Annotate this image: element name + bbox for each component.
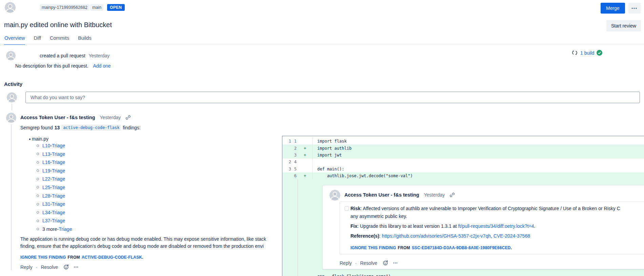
builds-link[interactable]: 1 build [580,50,594,56]
inline-comment-zone: Access Token User - f&s testing Yesterda… [282,179,644,276]
finding-item: L16 - Triage [37,160,72,165]
comment-input[interactable] [25,92,640,103]
findings-list: L10 - Triage L13 - Triage L16 - Triage L… [37,143,72,232]
more-options-icon[interactable]: ••• [74,265,79,269]
new-line-number: 6 [291,173,297,178]
risk-text: : Affected versions of authlib are vulne… [361,206,620,211]
new-line-number: 4 [291,160,297,164]
ignore-finding-link[interactable]: IGNORE THIS FINDING [350,245,396,250]
actions-separator: · [36,264,38,270]
finding-line-link[interactable]: L19 [42,168,50,173]
finding-more-text: 3 more [42,226,57,232]
circle-bullet-icon [37,186,39,188]
diff-line[interactable]: 3 5 def main(): [282,166,644,172]
tab-diff[interactable]: Diff [33,35,41,45]
comment-time[interactable]: Yesterday [100,115,121,120]
finding-triage-link[interactable]: Triage [52,193,65,199]
inline-comment-card: Access Token User - f&s testing Yesterda… [322,185,644,269]
finding-triage-link[interactable]: Triage [52,185,65,190]
merge-button[interactable]: Merge [601,3,625,14]
new-line-number: 5 [291,167,297,171]
fix-link[interactable]: ft/pull-requests/34/diff:oetry.lock?t=4 [458,223,534,229]
finding-triage-link[interactable]: Triage [59,226,72,232]
inline-comment-avatar [329,190,340,201]
finding-item: L13 - Triage [37,152,72,157]
more-options-icon[interactable]: ••• [393,261,398,265]
finding-description: The application is running debug code or… [20,236,281,250]
finding-triage-link[interactable]: Triage [52,201,65,207]
finding-line-link[interactable]: L16 [42,160,50,165]
thread-line [12,104,12,110]
finding-file: main.py [32,136,48,142]
finding-line-link[interactable]: L13 [42,151,50,157]
diff-line[interactable]: 1 1 import flask [282,138,644,145]
diff-line-added[interactable]: 3 + import jwt [282,152,644,159]
finding-triage-link[interactable]: Triage [52,143,65,148]
resolve-button[interactable]: Resolve [41,264,58,270]
circle-bullet-icon [37,228,39,230]
finding-item: L34 - Triage [37,210,72,215]
finding-triage-link[interactable]: Triage [52,218,65,223]
start-review-button[interactable]: Start review [606,20,641,32]
diff-line-added[interactable]: 2 + import authlib [282,145,644,151]
circle-bullet-icon [37,220,39,222]
finding-triage-link[interactable]: Triage [52,176,65,182]
code-text: import jwt [312,152,644,159]
add-description-link[interactable]: Add one [93,63,110,69]
fix-label: Fix [350,223,357,229]
new-line-number: 2 [291,146,297,151]
resolve-button[interactable]: Resolve [360,260,377,266]
reference-link-1[interactable]: https://github.com/advisories/GHSA-5357-… [382,233,491,239]
finding-triage-link[interactable]: Triage [52,210,65,215]
new-line-number: 3 [291,153,297,158]
circle-bullet-icon [37,161,39,164]
finding-id-link[interactable]: SSC-ED87184D-D3AA-9DB8-8A0E-1980F9E66CED [412,245,511,250]
reference-link-2[interactable]: CVE-2024-37568 [494,233,530,239]
tab-builds[interactable]: Builds [78,35,92,45]
reply-button[interactable]: Reply [20,264,33,270]
description-line: No description for this pull request. Ad… [15,63,111,69]
permalink-icon[interactable] [125,115,131,120]
add-reaction-icon[interactable] [383,260,388,266]
finding-triage-link[interactable]: Triage [52,168,65,173]
risk-checkbox[interactable] [344,206,349,211]
reference-separator: , [491,233,494,239]
no-description-text: No description for this pull request. [15,63,88,69]
comment-author-avatar [6,113,16,123]
target-branch-lozenge[interactable]: main [90,4,103,11]
reply-button[interactable]: Reply [340,260,352,266]
builds-status[interactable]: 1 build [571,50,602,56]
permalink-icon[interactable] [449,192,455,198]
intro-suffix: findings: [123,125,140,130]
finding-triage-link[interactable]: Triage [52,160,65,165]
pr-author-avatar [5,2,16,13]
comment-intro: Semgrep found 13 active-debug-code-flask… [20,125,141,131]
new-line-number: 1 [291,139,297,144]
finding-triage-link[interactable]: Triage [52,151,65,157]
rule-link[interactable]: ACTIVE-DEBUG-CODE-FLASK [82,255,142,260]
fix-line: Fix: Upgrade this library to at least ve… [350,223,535,229]
add-reaction-icon[interactable] [63,264,69,270]
ignore-finding-row: IGNORE THIS FINDING FROM SSC-ED87184D-D3… [350,245,512,250]
created-line: created a pull request Yesterday [40,53,109,58]
diff-line[interactable]: 2 4 [282,159,644,165]
tab-commits[interactable]: Commits [49,35,69,45]
finding-line-link[interactable]: L37 [42,218,50,223]
finding-line-link[interactable]: L10 [42,143,50,148]
build-success-icon [597,50,602,56]
finding-line-link[interactable]: L28 [42,193,50,199]
finding-line-link[interactable]: L34 [42,210,50,215]
source-branch-lozenge[interactable]: mainpy-1719939562682 [40,4,89,11]
comment-header: Access Token User - f&s testing Yesterda… [20,115,131,120]
finding-line-link[interactable]: L25 [42,185,50,190]
more-actions-button[interactable]: ••• [628,3,641,14]
diff-line-added[interactable]: 6 + authlib.jose.jwt.decode("some-val") [282,172,644,179]
finding-line-link[interactable]: L22 [42,176,50,182]
inline-comment-time[interactable]: Yesterday [424,192,445,198]
activity-heading: Activity [4,81,22,87]
pr-status-badge: OPEN [107,4,125,11]
finding-line-link[interactable]: L31 [42,201,50,207]
tab-overview[interactable]: Overview [4,35,25,45]
circle-bullet-icon [37,169,39,172]
ignore-finding-link[interactable]: IGNORE THIS FINDING [20,255,66,260]
